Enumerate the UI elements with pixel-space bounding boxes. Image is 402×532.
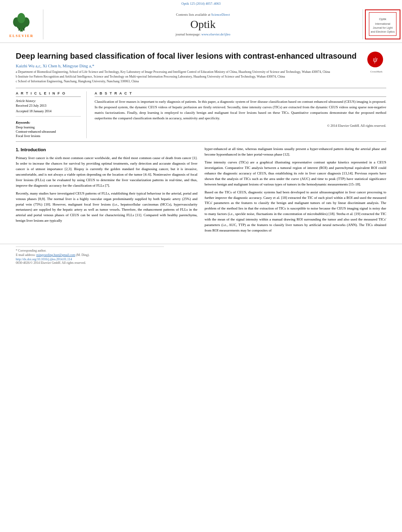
svg-rect-5	[19, 28, 20, 31]
elsevier-logo: ELSEVIER	[4, 9, 43, 39]
intro-heading: 1. Introduction	[16, 146, 197, 153]
elsevier-tree-icon	[9, 11, 34, 33]
article-title-section: Deep learning based classification of fo…	[16, 51, 386, 85]
copyright: © 2014 Elsevier GmbH. All rights reserve…	[95, 124, 386, 128]
crossmark-logo: ψ CrossMark	[367, 51, 386, 73]
optik-journal-logo: Optik International Journal for Light an…	[369, 12, 396, 36]
affiliation-b: b Institute for Pattern Recognition and …	[16, 74, 359, 79]
svg-text:ψ: ψ	[373, 56, 378, 63]
svg-text:Optik: Optik	[379, 17, 387, 21]
crossmark-label: CrossMark	[367, 70, 386, 73]
optik-logo: Optik International Journal for Light an…	[365, 9, 400, 39]
article-title: Deep learning based classification of fo…	[16, 51, 359, 61]
email-line: E-mail address: mingyueding.hust@gmail.c…	[16, 253, 386, 257]
abstract-text: Classification of liver masses is import…	[95, 99, 386, 121]
article-info-heading: A R T I C L E I N F O	[16, 91, 81, 97]
journal-header: ELSEVIER Contents lists available at Sci…	[0, 6, 402, 43]
article-body: Deep learning based classification of fo…	[0, 43, 402, 240]
email-person: M. Ding	[77, 253, 88, 257]
divider-bottom	[16, 141, 386, 142]
email-label: E-mail address:	[16, 253, 35, 257]
page-footer: * Corresponding author. E-mail address: …	[0, 244, 402, 268]
affiliations: a Department of Biomedical Engineering, …	[16, 70, 359, 84]
received-date: Received 23 July 2013	[16, 104, 81, 108]
history-label: Article history:	[16, 99, 81, 103]
footer-doi[interactable]: http://dx.doi.org/10.1016/j.ijleo.2014.0…	[16, 258, 386, 261]
right-para-2: Time intensity curves (TICs) are a graph…	[205, 160, 386, 187]
right-para-3: Based on the TICs of CEUS, diagnostic sy…	[205, 190, 386, 234]
doi-top: Optik 125 (2014) 4057–4063	[0, 0, 402, 6]
main-content: 1. Introduction Primary liver cancer is …	[16, 146, 386, 236]
authors: Kaizhi Wu a,c, Xi Chen b, Mingyue Ding a…	[16, 63, 359, 68]
keyword-1: Deep learning	[16, 125, 81, 129]
svg-text:Journal for Light: Journal for Light	[372, 26, 392, 30]
email-link[interactable]: mingyueding.hust@gmail.com	[36, 253, 75, 257]
corresponding-author-note: * Corresponding author.	[16, 249, 386, 252]
svg-point-4	[17, 13, 25, 23]
article-info: A R T I C L E I N F O Article history: R…	[16, 91, 87, 138]
intro-para-2: Recently, many studies have investigated…	[16, 191, 197, 224]
article-info-abstract: A R T I C L E I N F O Article history: R…	[16, 91, 386, 138]
svg-text:International: International	[375, 22, 390, 25]
affiliation-c: c School of Information Engineering, Nan…	[16, 79, 359, 84]
right-para-1: hyper-enhanced at all time, whereas mali…	[205, 146, 386, 158]
contents-available: Contents lists available at ScienceDirec…	[176, 13, 230, 17]
accepted-date: Accepted 18 January 2014	[16, 109, 81, 113]
abstract-section: A B S T R A C T Classification of liver …	[95, 91, 386, 138]
info-divider	[16, 116, 81, 117]
page: Optik 125 (2014) 4057–4063 ELSEVIER Cont…	[0, 0, 402, 532]
keyword-3: Focal liver lesions	[16, 134, 81, 138]
journal-homepage: journal homepage: www.elsevier.de/ijleo	[175, 32, 230, 36]
svg-text:and Electron Optics: and Electron Optics	[370, 30, 395, 33]
affiliation-a: a Department of Biomedical Engineering, …	[16, 70, 359, 74]
article-title-text: Deep learning based classification of fo…	[16, 51, 359, 85]
svg-rect-6	[23, 28, 24, 31]
left-column: 1. Introduction Primary liver cancer is …	[16, 146, 197, 236]
sciencedirect-link[interactable]: ScienceDirect	[211, 13, 230, 17]
intro-para-1: Primary liver cancer is the sixth most c…	[16, 156, 197, 189]
divider-top	[16, 88, 386, 88]
optik-logo-box: Optik International Journal for Light an…	[363, 9, 398, 39]
keywords-section: Keywords: Deep learning Contrast-enhance…	[16, 120, 81, 138]
right-column: hyper-enhanced at all time, whereas mali…	[205, 146, 386, 236]
homepage-link[interactable]: www.elsevier.de/ijleo	[201, 32, 231, 36]
footer-issn: 0030-4026/© 2014 Elsevier GmbH. All righ…	[16, 261, 386, 265]
journal-title: Optik	[190, 18, 216, 31]
elsevier-brand-text: ELSEVIER	[9, 34, 34, 38]
crossmark-icon: ψ	[367, 51, 384, 69]
abstract-heading: A B S T R A C T	[95, 91, 386, 97]
keywords-label: Keywords:	[16, 120, 81, 124]
footer-divider	[16, 247, 164, 247]
journal-center: Contents lists available at ScienceDirec…	[47, 9, 359, 39]
keyword-2: Contrast-enhanced ultrasound	[16, 130, 81, 133]
